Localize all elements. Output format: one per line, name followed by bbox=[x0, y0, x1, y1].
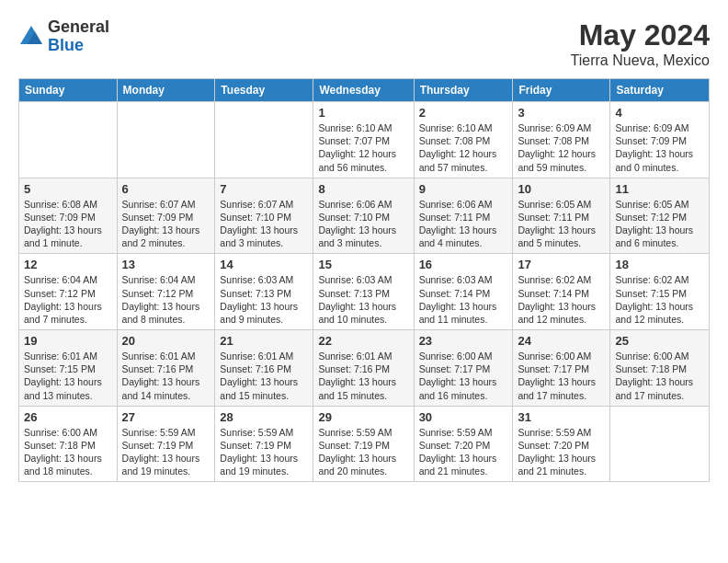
calendar-week-row: 1Sunrise: 6:10 AMSunset: 7:07 PMDaylight… bbox=[19, 102, 710, 178]
calendar-cell bbox=[215, 102, 313, 178]
calendar-cell: 20Sunrise: 6:01 AMSunset: 7:16 PMDayligh… bbox=[117, 330, 215, 407]
calendar-cell: 25Sunrise: 6:00 AMSunset: 7:18 PMDayligh… bbox=[610, 330, 710, 407]
calendar-cell bbox=[19, 102, 118, 178]
calendar-cell: 16Sunrise: 6:03 AMSunset: 7:14 PMDayligh… bbox=[414, 254, 513, 330]
logo-text: General Blue bbox=[48, 18, 109, 55]
calendar-cell: 4Sunrise: 6:09 AMSunset: 7:09 PMDaylight… bbox=[610, 102, 710, 178]
day-number: 27 bbox=[122, 410, 210, 424]
day-of-week-header: Monday bbox=[117, 79, 215, 102]
calendar-cell bbox=[117, 102, 215, 178]
day-info: Sunrise: 6:10 AMSunset: 7:07 PMDaylight:… bbox=[318, 121, 408, 174]
day-info: Sunrise: 6:06 AMSunset: 7:10 PMDaylight:… bbox=[318, 198, 408, 250]
day-number: 31 bbox=[518, 410, 605, 424]
calendar-week-row: 26Sunrise: 6:00 AMSunset: 7:18 PMDayligh… bbox=[19, 406, 710, 482]
day-info: Sunrise: 6:08 AMSunset: 7:09 PMDaylight:… bbox=[24, 198, 112, 250]
calendar-week-row: 5Sunrise: 6:08 AMSunset: 7:09 PMDaylight… bbox=[19, 178, 710, 254]
day-info: Sunrise: 6:01 AMSunset: 7:15 PMDaylight:… bbox=[24, 350, 112, 402]
day-of-week-header: Thursday bbox=[414, 79, 513, 102]
calendar-cell: 5Sunrise: 6:08 AMSunset: 7:09 PMDaylight… bbox=[19, 178, 118, 254]
day-number: 17 bbox=[518, 258, 605, 271]
calendar-subtitle: Tierra Nueva, Mexico bbox=[571, 52, 710, 69]
day-info: Sunrise: 6:03 AMSunset: 7:13 PMDaylight:… bbox=[318, 273, 408, 326]
day-number: 21 bbox=[220, 334, 308, 348]
calendar-cell: 8Sunrise: 6:06 AMSunset: 7:10 PMDaylight… bbox=[313, 178, 414, 254]
calendar-cell: 21Sunrise: 6:01 AMSunset: 7:16 PMDayligh… bbox=[215, 330, 313, 407]
day-info: Sunrise: 6:05 AMSunset: 7:12 PMDaylight:… bbox=[615, 198, 704, 250]
day-info: Sunrise: 6:07 AMSunset: 7:09 PMDaylight:… bbox=[122, 198, 210, 250]
day-info: Sunrise: 6:02 AMSunset: 7:14 PMDaylight:… bbox=[518, 273, 605, 326]
day-number: 15 bbox=[318, 258, 408, 271]
day-number: 25 bbox=[615, 334, 704, 348]
calendar-cell: 1Sunrise: 6:10 AMSunset: 7:07 PMDaylight… bbox=[313, 102, 414, 178]
calendar-week-row: 19Sunrise: 6:01 AMSunset: 7:15 PMDayligh… bbox=[19, 330, 710, 407]
day-info: Sunrise: 6:03 AMSunset: 7:13 PMDaylight:… bbox=[220, 273, 308, 326]
day-info: Sunrise: 6:09 AMSunset: 7:09 PMDaylight:… bbox=[615, 121, 704, 174]
calendar-cell: 24Sunrise: 6:00 AMSunset: 7:17 PMDayligh… bbox=[513, 330, 610, 407]
calendar-header: SundayMondayTuesdayWednesdayThursdayFrid… bbox=[19, 79, 710, 102]
day-info: Sunrise: 6:06 AMSunset: 7:11 PMDaylight:… bbox=[419, 198, 508, 250]
day-info: Sunrise: 6:04 AMSunset: 7:12 PMDaylight:… bbox=[122, 273, 210, 326]
day-info: Sunrise: 5:59 AMSunset: 7:20 PMDaylight:… bbox=[419, 426, 508, 478]
logo-general: General bbox=[48, 18, 109, 37]
day-info: Sunrise: 6:03 AMSunset: 7:14 PMDaylight:… bbox=[419, 273, 508, 326]
day-number: 16 bbox=[419, 258, 508, 271]
calendar-cell: 14Sunrise: 6:03 AMSunset: 7:13 PMDayligh… bbox=[215, 254, 313, 330]
header-row: SundayMondayTuesdayWednesdayThursdayFrid… bbox=[19, 79, 710, 102]
calendar-cell: 23Sunrise: 6:00 AMSunset: 7:17 PMDayligh… bbox=[414, 330, 513, 407]
calendar-title: May 2024 bbox=[571, 18, 710, 52]
day-info: Sunrise: 5:59 AMSunset: 7:20 PMDaylight:… bbox=[518, 426, 605, 478]
calendar-cell: 26Sunrise: 6:00 AMSunset: 7:18 PMDayligh… bbox=[19, 406, 118, 482]
day-of-week-header: Friday bbox=[513, 79, 610, 102]
day-info: Sunrise: 6:01 AMSunset: 7:16 PMDaylight:… bbox=[122, 350, 210, 402]
calendar-cell: 3Sunrise: 6:09 AMSunset: 7:08 PMDaylight… bbox=[513, 102, 610, 178]
day-number: 22 bbox=[318, 334, 408, 348]
calendar-cell: 10Sunrise: 6:05 AMSunset: 7:11 PMDayligh… bbox=[513, 178, 610, 254]
day-info: Sunrise: 5:59 AMSunset: 7:19 PMDaylight:… bbox=[122, 426, 210, 478]
day-info: Sunrise: 6:09 AMSunset: 7:08 PMDaylight:… bbox=[518, 121, 605, 174]
calendar-cell: 6Sunrise: 6:07 AMSunset: 7:09 PMDaylight… bbox=[117, 178, 215, 254]
calendar-cell bbox=[610, 406, 710, 482]
calendar-cell: 22Sunrise: 6:01 AMSunset: 7:16 PMDayligh… bbox=[313, 330, 414, 407]
calendar-cell: 18Sunrise: 6:02 AMSunset: 7:15 PMDayligh… bbox=[610, 254, 710, 330]
day-number: 26 bbox=[24, 410, 112, 424]
calendar-cell: 30Sunrise: 5:59 AMSunset: 7:20 PMDayligh… bbox=[414, 406, 513, 482]
logo-blue: Blue bbox=[48, 37, 109, 55]
day-info: Sunrise: 5:59 AMSunset: 7:19 PMDaylight:… bbox=[220, 426, 308, 478]
calendar-table: SundayMondayTuesdayWednesdayThursdayFrid… bbox=[18, 78, 710, 482]
day-number: 1 bbox=[318, 106, 408, 120]
day-number: 11 bbox=[615, 182, 704, 196]
day-number: 13 bbox=[122, 258, 210, 271]
day-number: 28 bbox=[220, 410, 308, 424]
calendar-cell: 11Sunrise: 6:05 AMSunset: 7:12 PMDayligh… bbox=[610, 178, 710, 254]
day-number: 24 bbox=[518, 334, 605, 348]
calendar-cell: 27Sunrise: 5:59 AMSunset: 7:19 PMDayligh… bbox=[117, 406, 215, 482]
day-info: Sunrise: 6:00 AMSunset: 7:18 PMDaylight:… bbox=[24, 426, 112, 478]
logo: General Blue bbox=[18, 18, 109, 55]
day-info: Sunrise: 5:59 AMSunset: 7:19 PMDaylight:… bbox=[318, 426, 408, 478]
day-number: 19 bbox=[24, 334, 112, 348]
calendar-cell: 31Sunrise: 5:59 AMSunset: 7:20 PMDayligh… bbox=[513, 406, 610, 482]
calendar-cell: 17Sunrise: 6:02 AMSunset: 7:14 PMDayligh… bbox=[513, 254, 610, 330]
calendar-cell: 15Sunrise: 6:03 AMSunset: 7:13 PMDayligh… bbox=[313, 254, 414, 330]
day-number: 10 bbox=[518, 182, 605, 196]
day-number: 2 bbox=[419, 106, 508, 120]
calendar-cell: 9Sunrise: 6:06 AMSunset: 7:11 PMDaylight… bbox=[414, 178, 513, 254]
day-of-week-header: Saturday bbox=[610, 79, 710, 102]
day-of-week-header: Sunday bbox=[19, 79, 118, 102]
calendar-cell: 13Sunrise: 6:04 AMSunset: 7:12 PMDayligh… bbox=[117, 254, 215, 330]
day-info: Sunrise: 6:07 AMSunset: 7:10 PMDaylight:… bbox=[220, 198, 308, 250]
day-info: Sunrise: 6:05 AMSunset: 7:11 PMDaylight:… bbox=[518, 198, 605, 250]
calendar-cell: 29Sunrise: 5:59 AMSunset: 7:19 PMDayligh… bbox=[313, 406, 414, 482]
page-header: General Blue May 2024 Tierra Nueva, Mexi… bbox=[18, 18, 710, 69]
day-of-week-header: Wednesday bbox=[313, 79, 414, 102]
day-number: 14 bbox=[220, 258, 308, 271]
calendar-cell: 2Sunrise: 6:10 AMSunset: 7:08 PMDaylight… bbox=[414, 102, 513, 178]
day-number: 20 bbox=[122, 334, 210, 348]
day-info: Sunrise: 6:00 AMSunset: 7:18 PMDaylight:… bbox=[615, 350, 704, 402]
title-block: May 2024 Tierra Nueva, Mexico bbox=[571, 18, 710, 69]
day-info: Sunrise: 6:10 AMSunset: 7:08 PMDaylight:… bbox=[419, 121, 508, 174]
calendar-cell: 12Sunrise: 6:04 AMSunset: 7:12 PMDayligh… bbox=[19, 254, 118, 330]
day-info: Sunrise: 6:02 AMSunset: 7:15 PMDaylight:… bbox=[615, 273, 704, 326]
day-number: 3 bbox=[518, 106, 605, 120]
day-number: 6 bbox=[122, 182, 210, 196]
